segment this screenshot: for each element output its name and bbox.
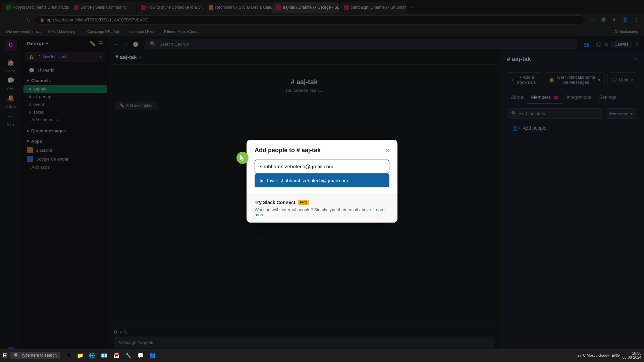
taskbar-app-6[interactable]: 🔧 [123,350,134,361]
taskbar-app-4[interactable]: 📧 [99,350,110,361]
dialog-close-button[interactable]: × [385,146,389,154]
dialog-body: ➤ Invite shubhamb.zehntech@gmail.com [247,160,397,194]
taskbar-language: ENG [612,353,620,357]
taskbar-right: 27°C Mostly cloudy ENG 18:58 05-08-2024 [578,351,641,359]
taskbar-app-2[interactable]: 📁 [75,350,86,361]
taskbar-app-slack[interactable]: 💬 [135,350,146,361]
taskbar-time: 18:58 05-08-2024 [623,351,641,359]
taskbar-search-icon: 🔍 [14,353,19,358]
invite-label: Invite shubhamb.zehntech@gmail.com [267,178,348,183]
slack-connect-label: Try Slack Connect [255,200,295,205]
invite-autocomplete-item[interactable]: ➤ Invite shubhamb.zehntech@gmail.com [255,174,389,187]
windows-start-button[interactable]: ⊞ [3,352,8,359]
taskbar-apps: 🖥 📁 🌐 📧 📅 🔧 💬 🌀 [63,350,158,361]
taskbar-app-3[interactable]: 🌐 [87,350,98,361]
dialog-footer: Try Slack Connect PRO Working with exter… [247,194,397,223]
dialog-title: Add people to # aaj-tak [255,147,321,154]
taskbar-app-1[interactable]: 🖥 [63,350,73,361]
taskbar-app-5[interactable]: 📅 [111,350,122,361]
add-people-dialog: Add people to # aaj-tak × ➤ Invite shubh… [247,140,397,223]
pro-badge: PRO [298,200,309,205]
email-input[interactable] [260,164,384,169]
email-input-wrapper [255,160,389,174]
taskbar-clock: 18:58 [623,351,641,355]
taskbar-start: ⊞ [3,352,8,359]
slack-connect-desc: Working with external people? Simply typ… [255,207,389,217]
dialog-title-text: Add people to [255,147,295,154]
taskbar-weather: 27°C Mostly cloudy [578,353,609,357]
taskbar-app-chrome[interactable]: 🌀 [147,350,158,361]
slack-connect-desc-text: Working with external people? Simply typ… [255,207,372,212]
dialog-header: Add people to # aaj-tak × [247,140,397,160]
taskbar-search-placeholder: Type here to search [21,353,57,358]
dialog-overlay: Add people to # aaj-tak × ➤ Invite shubh… [0,0,644,362]
slack-connect-row: Try Slack Connect PRO [255,200,389,205]
taskbar-date: 05-08-2024 [623,355,641,359]
send-invite-icon: ➤ [259,178,264,184]
taskbar: ⊞ 🔍 Type here to search 🖥 📁 🌐 📧 📅 🔧 💬 🌀 … [0,349,644,362]
dialog-channel-ref: # aaj-tak [297,147,321,154]
taskbar-search-bar[interactable]: 🔍 Type here to search [10,352,60,359]
